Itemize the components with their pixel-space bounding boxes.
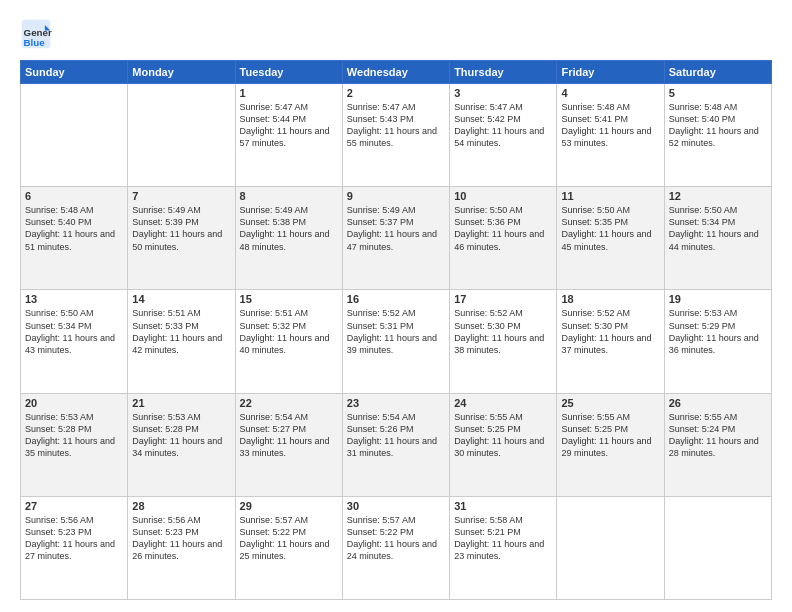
calendar-cell: 5Sunrise: 5:48 AM Sunset: 5:40 PM Daylig… xyxy=(664,84,771,187)
calendar-cell: 14Sunrise: 5:51 AM Sunset: 5:33 PM Dayli… xyxy=(128,290,235,393)
day-info: Sunrise: 5:55 AM Sunset: 5:25 PM Dayligh… xyxy=(454,411,552,460)
weekday-header-saturday: Saturday xyxy=(664,61,771,84)
day-info: Sunrise: 5:52 AM Sunset: 5:30 PM Dayligh… xyxy=(561,307,659,356)
calendar-cell: 15Sunrise: 5:51 AM Sunset: 5:32 PM Dayli… xyxy=(235,290,342,393)
day-number: 12 xyxy=(669,190,767,202)
day-number: 30 xyxy=(347,500,445,512)
calendar-cell: 24Sunrise: 5:55 AM Sunset: 5:25 PM Dayli… xyxy=(450,393,557,496)
day-number: 17 xyxy=(454,293,552,305)
day-number: 1 xyxy=(240,87,338,99)
day-number: 22 xyxy=(240,397,338,409)
day-number: 21 xyxy=(132,397,230,409)
day-number: 7 xyxy=(132,190,230,202)
calendar-cell: 16Sunrise: 5:52 AM Sunset: 5:31 PM Dayli… xyxy=(342,290,449,393)
day-info: Sunrise: 5:57 AM Sunset: 5:22 PM Dayligh… xyxy=(347,514,445,563)
weekday-header-row: SundayMondayTuesdayWednesdayThursdayFrid… xyxy=(21,61,772,84)
day-info: Sunrise: 5:49 AM Sunset: 5:39 PM Dayligh… xyxy=(132,204,230,253)
weekday-header-friday: Friday xyxy=(557,61,664,84)
calendar-cell: 27Sunrise: 5:56 AM Sunset: 5:23 PM Dayli… xyxy=(21,496,128,599)
day-info: Sunrise: 5:56 AM Sunset: 5:23 PM Dayligh… xyxy=(132,514,230,563)
week-row-3: 13Sunrise: 5:50 AM Sunset: 5:34 PM Dayli… xyxy=(21,290,772,393)
day-info: Sunrise: 5:47 AM Sunset: 5:42 PM Dayligh… xyxy=(454,101,552,150)
week-row-5: 27Sunrise: 5:56 AM Sunset: 5:23 PM Dayli… xyxy=(21,496,772,599)
weekday-header-thursday: Thursday xyxy=(450,61,557,84)
day-info: Sunrise: 5:53 AM Sunset: 5:29 PM Dayligh… xyxy=(669,307,767,356)
calendar-cell: 7Sunrise: 5:49 AM Sunset: 5:39 PM Daylig… xyxy=(128,187,235,290)
calendar-cell: 2Sunrise: 5:47 AM Sunset: 5:43 PM Daylig… xyxy=(342,84,449,187)
calendar-table: SundayMondayTuesdayWednesdayThursdayFrid… xyxy=(20,60,772,600)
day-number: 10 xyxy=(454,190,552,202)
day-number: 15 xyxy=(240,293,338,305)
logo: General Blue xyxy=(20,18,56,50)
day-info: Sunrise: 5:50 AM Sunset: 5:35 PM Dayligh… xyxy=(561,204,659,253)
day-number: 23 xyxy=(347,397,445,409)
day-info: Sunrise: 5:48 AM Sunset: 5:40 PM Dayligh… xyxy=(669,101,767,150)
day-info: Sunrise: 5:53 AM Sunset: 5:28 PM Dayligh… xyxy=(25,411,123,460)
day-number: 5 xyxy=(669,87,767,99)
calendar-cell: 30Sunrise: 5:57 AM Sunset: 5:22 PM Dayli… xyxy=(342,496,449,599)
day-number: 31 xyxy=(454,500,552,512)
day-info: Sunrise: 5:52 AM Sunset: 5:30 PM Dayligh… xyxy=(454,307,552,356)
calendar-cell: 20Sunrise: 5:53 AM Sunset: 5:28 PM Dayli… xyxy=(21,393,128,496)
week-row-1: 1Sunrise: 5:47 AM Sunset: 5:44 PM Daylig… xyxy=(21,84,772,187)
day-info: Sunrise: 5:56 AM Sunset: 5:23 PM Dayligh… xyxy=(25,514,123,563)
calendar-cell: 4Sunrise: 5:48 AM Sunset: 5:41 PM Daylig… xyxy=(557,84,664,187)
day-number: 18 xyxy=(561,293,659,305)
day-number: 26 xyxy=(669,397,767,409)
calendar-cell: 13Sunrise: 5:50 AM Sunset: 5:34 PM Dayli… xyxy=(21,290,128,393)
day-info: Sunrise: 5:47 AM Sunset: 5:43 PM Dayligh… xyxy=(347,101,445,150)
svg-text:Blue: Blue xyxy=(24,37,46,48)
day-info: Sunrise: 5:57 AM Sunset: 5:22 PM Dayligh… xyxy=(240,514,338,563)
day-info: Sunrise: 5:50 AM Sunset: 5:34 PM Dayligh… xyxy=(25,307,123,356)
header: General Blue xyxy=(20,18,772,50)
day-number: 19 xyxy=(669,293,767,305)
calendar-cell: 3Sunrise: 5:47 AM Sunset: 5:42 PM Daylig… xyxy=(450,84,557,187)
day-number: 2 xyxy=(347,87,445,99)
calendar-cell: 12Sunrise: 5:50 AM Sunset: 5:34 PM Dayli… xyxy=(664,187,771,290)
weekday-header-tuesday: Tuesday xyxy=(235,61,342,84)
day-info: Sunrise: 5:53 AM Sunset: 5:28 PM Dayligh… xyxy=(132,411,230,460)
day-number: 16 xyxy=(347,293,445,305)
calendar-cell: 25Sunrise: 5:55 AM Sunset: 5:25 PM Dayli… xyxy=(557,393,664,496)
calendar-cell: 11Sunrise: 5:50 AM Sunset: 5:35 PM Dayli… xyxy=(557,187,664,290)
day-info: Sunrise: 5:50 AM Sunset: 5:36 PM Dayligh… xyxy=(454,204,552,253)
day-number: 24 xyxy=(454,397,552,409)
day-info: Sunrise: 5:58 AM Sunset: 5:21 PM Dayligh… xyxy=(454,514,552,563)
day-number: 25 xyxy=(561,397,659,409)
weekday-header-wednesday: Wednesday xyxy=(342,61,449,84)
day-number: 11 xyxy=(561,190,659,202)
calendar-cell: 6Sunrise: 5:48 AM Sunset: 5:40 PM Daylig… xyxy=(21,187,128,290)
page: General Blue SundayMondayTuesdayWednesda… xyxy=(0,0,792,612)
day-info: Sunrise: 5:54 AM Sunset: 5:26 PM Dayligh… xyxy=(347,411,445,460)
day-info: Sunrise: 5:48 AM Sunset: 5:41 PM Dayligh… xyxy=(561,101,659,150)
day-number: 6 xyxy=(25,190,123,202)
calendar-cell: 18Sunrise: 5:52 AM Sunset: 5:30 PM Dayli… xyxy=(557,290,664,393)
day-number: 8 xyxy=(240,190,338,202)
day-info: Sunrise: 5:55 AM Sunset: 5:25 PM Dayligh… xyxy=(561,411,659,460)
calendar-cell: 10Sunrise: 5:50 AM Sunset: 5:36 PM Dayli… xyxy=(450,187,557,290)
day-number: 14 xyxy=(132,293,230,305)
calendar-cell xyxy=(21,84,128,187)
logo-icon: General Blue xyxy=(20,18,52,50)
calendar-cell: 19Sunrise: 5:53 AM Sunset: 5:29 PM Dayli… xyxy=(664,290,771,393)
calendar-cell: 31Sunrise: 5:58 AM Sunset: 5:21 PM Dayli… xyxy=(450,496,557,599)
calendar-cell: 17Sunrise: 5:52 AM Sunset: 5:30 PM Dayli… xyxy=(450,290,557,393)
calendar-cell: 28Sunrise: 5:56 AM Sunset: 5:23 PM Dayli… xyxy=(128,496,235,599)
day-info: Sunrise: 5:52 AM Sunset: 5:31 PM Dayligh… xyxy=(347,307,445,356)
day-number: 4 xyxy=(561,87,659,99)
day-info: Sunrise: 5:51 AM Sunset: 5:33 PM Dayligh… xyxy=(132,307,230,356)
day-number: 3 xyxy=(454,87,552,99)
day-info: Sunrise: 5:51 AM Sunset: 5:32 PM Dayligh… xyxy=(240,307,338,356)
day-info: Sunrise: 5:55 AM Sunset: 5:24 PM Dayligh… xyxy=(669,411,767,460)
calendar-cell: 22Sunrise: 5:54 AM Sunset: 5:27 PM Dayli… xyxy=(235,393,342,496)
calendar-cell xyxy=(557,496,664,599)
day-number: 9 xyxy=(347,190,445,202)
day-number: 29 xyxy=(240,500,338,512)
day-info: Sunrise: 5:50 AM Sunset: 5:34 PM Dayligh… xyxy=(669,204,767,253)
calendar-cell xyxy=(664,496,771,599)
calendar-cell: 9Sunrise: 5:49 AM Sunset: 5:37 PM Daylig… xyxy=(342,187,449,290)
week-row-4: 20Sunrise: 5:53 AM Sunset: 5:28 PM Dayli… xyxy=(21,393,772,496)
day-number: 28 xyxy=(132,500,230,512)
calendar-cell: 29Sunrise: 5:57 AM Sunset: 5:22 PM Dayli… xyxy=(235,496,342,599)
calendar-cell: 1Sunrise: 5:47 AM Sunset: 5:44 PM Daylig… xyxy=(235,84,342,187)
